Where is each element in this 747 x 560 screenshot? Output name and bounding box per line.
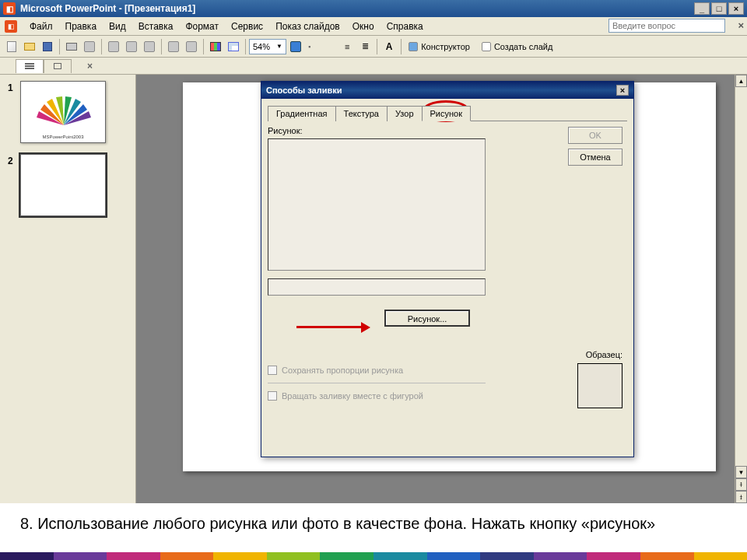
dialog-close-button[interactable]: × xyxy=(616,85,629,96)
maximize-button[interactable]: □ xyxy=(711,2,727,15)
slide-number: 2 xyxy=(8,154,20,216)
new-slide-button[interactable]: Создать слайд xyxy=(478,38,559,55)
tab-picture[interactable]: Рисунок xyxy=(422,106,472,121)
picture-name-field xyxy=(268,278,486,296)
new-slide-icon xyxy=(482,42,491,51)
copy-button[interactable] xyxy=(123,38,140,55)
standard-toolbar: 54%▼ ▪ ≡ ≣ A Конструктор Создать слайд xyxy=(0,36,747,58)
zoom-dropdown[interactable]: 54%▼ xyxy=(249,39,286,54)
numbering-button[interactable]: ≣ xyxy=(356,38,374,55)
save-button[interactable] xyxy=(39,38,56,55)
app-menu-icon[interactable]: ◧ xyxy=(5,20,17,33)
slide-canvas[interactable]: Способы заливки × Градиентная Текстура У… xyxy=(183,82,716,471)
picture-preview xyxy=(268,138,486,271)
prev-slide-button[interactable]: ⤉ xyxy=(735,478,747,491)
cut-icon xyxy=(108,41,119,52)
scroll-up-button[interactable]: ▲ xyxy=(735,75,747,87)
scroll-down-button[interactable]: ▼ xyxy=(735,466,747,478)
thumbnail-item[interactable]: 2 xyxy=(8,154,128,216)
design-icon xyxy=(409,42,418,51)
menu-slideshow[interactable]: Показ слайдов xyxy=(269,19,346,34)
toolbar-separator xyxy=(59,39,60,54)
new-file-button[interactable] xyxy=(3,38,20,55)
slide-caption: 8. Использование любого рисунка или фото… xyxy=(16,506,731,541)
menu-tools[interactable]: Сервис xyxy=(225,19,269,34)
rotate-fill-label: Вращать заливку вместе с фигурой xyxy=(282,391,423,401)
paste-button[interactable] xyxy=(141,38,158,55)
slides-view-tab[interactable] xyxy=(44,59,72,73)
toolbar-separator xyxy=(377,39,377,54)
menu-format[interactable]: Формат xyxy=(179,19,225,34)
help-search-input[interactable] xyxy=(608,19,725,33)
toolbar-separator xyxy=(203,39,204,54)
copy-icon xyxy=(126,41,137,52)
menu-edit[interactable]: Правка xyxy=(59,19,103,34)
slides-icon xyxy=(54,63,61,69)
sample-label: Образец: xyxy=(586,350,622,359)
chart-icon xyxy=(210,42,221,51)
title-bar: ◧ Microsoft PowerPoint - [Презентация1] … xyxy=(0,0,747,17)
font-size-inc-button[interactable]: A xyxy=(381,38,398,55)
slide-thumbnail-pane: 1 MSPowerPoint2003 xyxy=(0,75,136,503)
view-tabs: × xyxy=(0,58,747,75)
slide-editor: Способы заливки × Градиентная Текстура У… xyxy=(136,75,747,503)
redo-button[interactable] xyxy=(183,38,200,55)
cut-button[interactable] xyxy=(105,38,122,55)
help-icon xyxy=(290,41,301,52)
rotate-fill-checkbox[interactable]: Вращать заливку вместе с фигурой xyxy=(268,391,627,401)
menu-help[interactable]: Справка xyxy=(381,19,430,34)
paste-icon xyxy=(144,41,155,52)
slide-thumbnail-1[interactable]: MSPowerPoint2003 xyxy=(20,81,106,143)
open-folder-icon xyxy=(24,43,35,51)
cancel-button[interactable]: Отмена xyxy=(568,149,622,166)
design-button[interactable]: Конструктор xyxy=(405,38,477,55)
caption-text: 8. Использование любого рисунка или фото… xyxy=(20,515,655,532)
insert-chart-button[interactable] xyxy=(207,38,224,55)
new-slide-label: Создать слайд xyxy=(491,42,556,51)
minimize-button[interactable]: _ xyxy=(694,2,710,15)
toolbar-separator xyxy=(401,39,402,54)
color-strip xyxy=(0,552,747,560)
thumbnail-item[interactable]: 1 MSPowerPoint2003 xyxy=(8,81,128,143)
checkbox-icon xyxy=(268,391,277,401)
menu-bar: ◧ Файл Правка Вид Вставка Формат Сервис … xyxy=(0,17,747,36)
bullets-button[interactable]: ≡ xyxy=(338,38,356,55)
dialog-body: Градиентная Текстура Узор Рисунок Рисуно… xyxy=(261,99,633,457)
zoom-value: 54% xyxy=(253,42,270,51)
ok-button[interactable]: OK xyxy=(568,127,622,144)
outline-view-tab[interactable] xyxy=(16,59,44,73)
slide-thumbnail-2[interactable] xyxy=(20,154,106,216)
tab-texture[interactable]: Текстура xyxy=(335,106,388,121)
doc-close-button[interactable]: × xyxy=(738,19,744,31)
lock-aspect-checkbox[interactable]: Сохранять пропорции рисунка xyxy=(268,366,627,375)
tab-gradient[interactable]: Градиентная xyxy=(268,106,336,121)
undo-button[interactable] xyxy=(165,38,182,55)
color-fan-icon xyxy=(33,86,95,129)
menu-window[interactable]: Окно xyxy=(346,19,381,34)
table-icon xyxy=(228,42,239,51)
next-slide-button[interactable]: ⤈ xyxy=(735,491,747,503)
fill-effects-dialog: Способы заливки × Градиентная Текстура У… xyxy=(261,81,634,457)
arrow-annotation xyxy=(296,322,370,333)
dialog-titlebar[interactable]: Способы заливки × xyxy=(261,82,633,99)
toolbar-separator xyxy=(161,39,162,54)
new-file-icon xyxy=(7,41,16,52)
insert-table-button[interactable] xyxy=(225,38,242,55)
design-label: Конструктор xyxy=(418,42,473,51)
menu-file[interactable]: Файл xyxy=(23,19,59,34)
window-title: Microsoft PowerPoint - [Презентация1] xyxy=(20,3,694,14)
menu-view[interactable]: Вид xyxy=(103,19,132,34)
open-file-button[interactable] xyxy=(21,38,38,55)
close-button[interactable]: × xyxy=(728,2,744,15)
print-preview-button[interactable] xyxy=(81,38,98,55)
thumb-caption: MSPowerPoint2003 xyxy=(21,135,105,139)
tab-pattern[interactable]: Узор xyxy=(387,106,423,121)
vertical-scrollbar[interactable]: ▲ ▼ ⤉ ⤈ xyxy=(735,75,747,503)
pane-close-button[interactable]: × xyxy=(87,61,93,72)
menu-insert[interactable]: Вставка xyxy=(132,19,180,34)
print-button[interactable] xyxy=(63,38,80,55)
select-picture-button[interactable]: Рисунок... xyxy=(384,310,470,327)
lock-aspect-label: Сохранять пропорции рисунка xyxy=(282,366,403,375)
help-button[interactable] xyxy=(287,38,304,55)
dialog-tabs: Градиентная Текстура Узор Рисунок xyxy=(268,105,627,121)
